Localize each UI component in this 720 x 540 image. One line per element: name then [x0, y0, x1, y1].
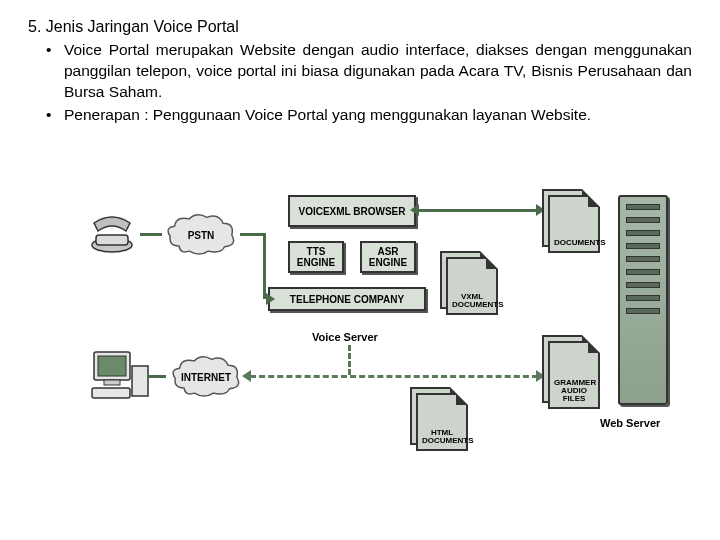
svg-rect-5 — [92, 388, 130, 398]
arrow-icon — [266, 293, 275, 305]
svg-rect-6 — [132, 366, 148, 396]
slide-heading: 5. Jenis Jaringan Voice Portal — [28, 18, 692, 36]
pstn-label: PSTN — [188, 230, 215, 241]
asr-engine-box: ASR ENGINE — [360, 241, 416, 273]
documents-label: DOCUMENTS — [554, 239, 594, 247]
web-server-label: Web Server — [600, 417, 660, 429]
svg-rect-3 — [98, 356, 126, 376]
connector-line — [148, 375, 166, 378]
computer-icon — [90, 350, 150, 406]
connector-line — [140, 233, 162, 236]
bullet-list: Voice Portal merupakan Website dengan au… — [28, 40, 692, 126]
dashed-connector — [348, 345, 351, 375]
telephone-icon — [90, 215, 142, 259]
internet-label: INTERNET — [181, 372, 231, 383]
vxml-documents-label: VXML DOCUMENTS — [452, 293, 492, 309]
pstn-cloud: PSTN — [162, 213, 240, 257]
voicexml-browser-box: VOICEXML BROWSER — [288, 195, 416, 227]
server-tower-icon — [618, 195, 668, 405]
tts-engine-box: TTS ENGINE — [288, 241, 344, 273]
internet-cloud: INTERNET — [162, 355, 250, 399]
voice-server-label: Voice Server — [312, 331, 378, 343]
bullet-item: Voice Portal merupakan Website dengan au… — [46, 40, 692, 103]
connector-line — [418, 209, 538, 212]
grammar-audio-label: GRAMMER AUDIO FILES — [554, 379, 594, 403]
architecture-diagram: PSTN INTERNET VOICEXML BROWSER TTS ENGIN… — [90, 195, 670, 475]
dashed-connector — [250, 375, 538, 378]
connector-line — [263, 233, 266, 299]
arrow-icon — [410, 204, 419, 216]
svg-rect-4 — [104, 380, 120, 385]
svg-rect-1 — [96, 235, 128, 245]
telephone-company-box: TELEPHONE COMPANY — [268, 287, 426, 311]
html-documents-label: HTML DOCUMENTS — [422, 429, 462, 445]
bullet-item: Penerapan : Penggunaan Voice Portal yang… — [46, 105, 692, 126]
arrow-icon — [242, 370, 251, 382]
